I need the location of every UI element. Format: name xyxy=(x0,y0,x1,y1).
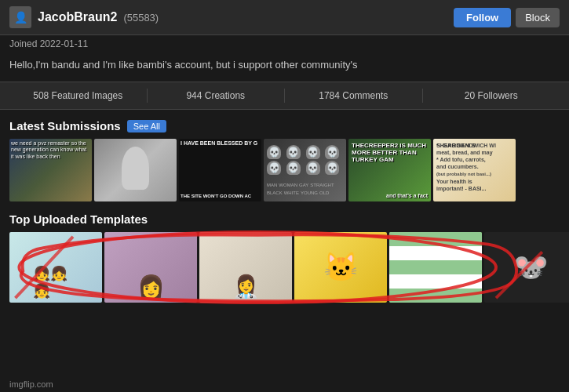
submission-thumb-6[interactable]: * HERO SANDWICH WImeat, bread, and may* … xyxy=(433,139,516,201)
template-thumb-2[interactable] xyxy=(104,232,197,303)
stat-comments: 1784 Comments xyxy=(285,89,423,103)
user-info: 👤 JacobBraun2 (55583) xyxy=(9,6,159,28)
templates-grid xyxy=(0,229,569,306)
avatar: 👤 xyxy=(9,6,31,28)
profile-header: 👤 JacobBraun2 (55583) Follow Block xyxy=(0,0,569,35)
follow-button[interactable]: Follow xyxy=(454,8,511,27)
submission-thumb-3[interactable] xyxy=(179,139,261,201)
skull-icon-2: 💀 xyxy=(286,145,301,159)
submission-thumb-4[interactable]: 💀 💀 💀 💀 💀 💀 💀 💀 MAN WOMAN GAY STRAIGHT B… xyxy=(264,139,346,201)
header-actions: Follow Block xyxy=(454,8,560,27)
skull-icon-3: 💀 xyxy=(306,145,320,159)
submissions-grid: 💀 💀 💀 💀 💀 💀 💀 💀 MAN WOMAN GAY STRAIGHT B… xyxy=(0,136,569,205)
bio-text: Hello,I'm bandu and I'm like bambi's acc… xyxy=(0,53,569,77)
stats-bar: 508 Featured Images 944 Creations 1784 C… xyxy=(0,82,569,110)
template-thumb-6[interactable] xyxy=(484,232,569,303)
skull-icon-6: 💀 xyxy=(286,161,301,175)
templates-title-bar: Top Uploaded Templates xyxy=(0,208,569,229)
stat-followers: 20 Followers xyxy=(423,89,560,103)
footer-bar: imgflip.com xyxy=(0,376,569,392)
stripe-4 xyxy=(389,274,482,289)
thumb6-text: * HERO SANDWICH WImeat, bread, and may* … xyxy=(433,139,516,195)
skull-icon-4: 💀 xyxy=(325,145,339,159)
username-label: JacobBraun2 xyxy=(38,10,117,24)
latest-submissions-title: Latest Submissions xyxy=(9,119,121,132)
stat-featured-images: 508 Featured Images xyxy=(9,89,148,103)
stat-creations: 944 Creations xyxy=(148,89,286,103)
latest-submissions-header: Latest Submissions See All xyxy=(0,114,569,136)
skull-icon-1: 💀 xyxy=(267,145,281,159)
stripe-2 xyxy=(389,246,482,260)
templates-title: Top Uploaded Templates xyxy=(9,212,148,226)
template-thumb-5[interactable] xyxy=(389,232,482,303)
thumb5-label: THECREEPER2 IS MUCH MORE BETTER THAN TUR… xyxy=(348,139,431,166)
templates-section: Top Uploaded Templates xyxy=(0,208,569,306)
block-button[interactable]: Block xyxy=(516,8,560,27)
template-thumb-1[interactable] xyxy=(9,232,102,303)
skull-icon-8: 💀 xyxy=(325,161,339,175)
join-date: Joined 2022-01-11 xyxy=(0,35,569,53)
thumb5-caption: and that's a fact xyxy=(386,193,428,198)
site-label: imgflip.com xyxy=(9,379,53,389)
template-thumb-3[interactable] xyxy=(199,232,292,303)
stripe-1 xyxy=(389,232,482,246)
see-all-button[interactable]: See All xyxy=(127,120,166,132)
skull-icon-5: 💀 xyxy=(267,161,281,175)
template-thumb-4[interactable] xyxy=(294,232,387,303)
skull-icon-7: 💀 xyxy=(306,161,320,175)
submission-thumb-5[interactable]: THECREEPER2 IS MUCH MORE BETTER THAN TUR… xyxy=(348,139,431,201)
stripe-3 xyxy=(389,260,482,274)
stripe-5 xyxy=(389,289,482,303)
submission-thumb-2[interactable] xyxy=(94,139,177,201)
submission-thumb-1[interactable] xyxy=(9,139,92,201)
skull-labels: MAN WOMAN GAY STRAIGHT xyxy=(264,181,346,189)
user-score: (55583) xyxy=(123,12,159,24)
skull-labels-2: BLACK WHITE YOUNG OLD xyxy=(264,189,346,197)
